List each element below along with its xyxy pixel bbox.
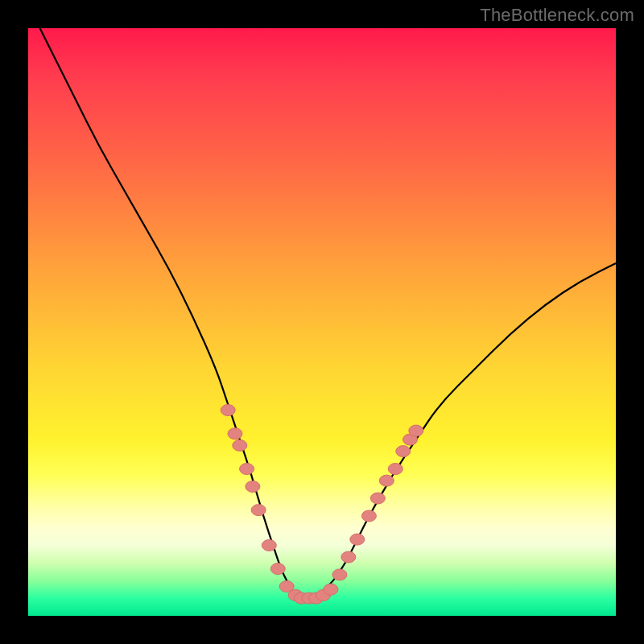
chart-frame: TheBottleneck.com bbox=[0, 0, 644, 644]
data-marker bbox=[409, 425, 423, 436]
data-marker bbox=[324, 584, 338, 595]
data-marker bbox=[388, 464, 402, 475]
bottleneck-curve bbox=[40, 28, 616, 598]
data-marker bbox=[251, 505, 266, 516]
data-marker bbox=[350, 534, 365, 545]
data-marker bbox=[341, 551, 356, 563]
data-marker bbox=[396, 446, 411, 457]
data-marker bbox=[332, 569, 347, 580]
data-marker bbox=[240, 464, 254, 475]
data-markers bbox=[221, 405, 423, 605]
data-marker bbox=[270, 564, 285, 575]
data-marker bbox=[228, 428, 242, 440]
data-marker bbox=[221, 405, 235, 416]
watermark-text: TheBottleneck.com bbox=[480, 5, 634, 26]
chart-svg bbox=[28, 28, 616, 616]
data-marker bbox=[361, 510, 376, 522]
plot-area bbox=[28, 28, 616, 616]
data-marker bbox=[379, 475, 394, 486]
data-marker bbox=[262, 539, 276, 551]
data-marker bbox=[370, 493, 385, 504]
data-marker bbox=[246, 481, 260, 492]
data-marker bbox=[233, 440, 247, 451]
